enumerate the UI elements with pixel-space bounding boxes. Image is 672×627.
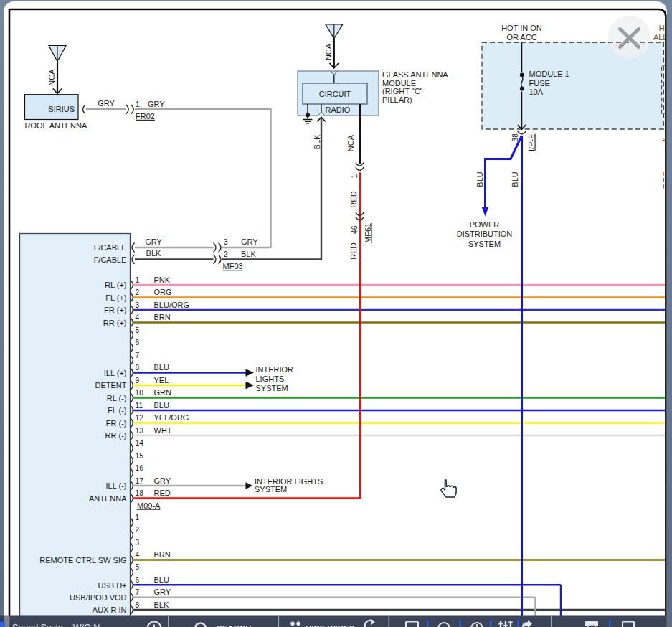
svg-text:Sound Syste... W/O N...: Sound Syste... W/O N...: [12, 623, 108, 627]
svg-text:3: 3: [136, 301, 140, 309]
svg-text:8: 8: [136, 601, 140, 609]
svg-text:F/CABLE: F/CABLE: [94, 243, 127, 252]
svg-text:BLU: BLU: [511, 171, 519, 187]
svg-text:CIRCUIT: CIRCUIT: [319, 90, 351, 98]
svg-text:46: 46: [351, 225, 359, 234]
svg-text:GRY: GRY: [154, 476, 171, 485]
svg-text:FL (+): FL (+): [105, 293, 126, 302]
svg-text:GLASS ANTENNA: GLASS ANTENNA: [382, 70, 448, 79]
svg-text:BLU: BLU: [154, 575, 169, 584]
svg-text:DETENT: DETENT: [95, 381, 127, 390]
svg-text:RR (-): RR (-): [105, 431, 127, 440]
svg-text:9: 9: [136, 377, 140, 385]
svg-text:REMOTE CTRL SW SIG: REMOTE CTRL SW SIG: [39, 556, 126, 565]
svg-text:SEARCH: SEARCH: [217, 624, 252, 627]
svg-text:GRY: GRY: [241, 237, 258, 246]
svg-text:MODULE: MODULE: [382, 79, 416, 88]
svg-text:GRY: GRY: [145, 237, 162, 246]
svg-text:BLK: BLK: [313, 134, 321, 149]
svg-text:HIDE WIRES: HIDE WIRES: [306, 624, 355, 627]
svg-text:7: 7: [136, 588, 140, 596]
svg-text:5: 5: [136, 326, 140, 334]
svg-text:USB D+: USB D+: [98, 581, 126, 590]
svg-text:1: 1: [351, 174, 359, 179]
svg-text:BLU: BLU: [475, 171, 484, 187]
svg-text:10A: 10A: [529, 88, 544, 96]
svg-text:10: 10: [136, 389, 144, 397]
svg-text:NCA: NCA: [324, 43, 333, 60]
svg-text:M09-A: M09-A: [137, 501, 161, 510]
svg-text:ILL (-): ILL (-): [106, 481, 127, 490]
svg-text:OR ACC: OR ACC: [506, 33, 536, 42]
svg-text:FR (-): FR (-): [106, 419, 127, 428]
svg-text:15: 15: [136, 452, 144, 460]
svg-text:RL (-): RL (-): [107, 394, 127, 402]
svg-text:1: 1: [136, 100, 140, 108]
svg-text:FR (+): FR (+): [104, 306, 126, 314]
svg-text:SYSTEM: SYSTEM: [255, 485, 287, 494]
svg-text:MF61: MF61: [364, 223, 372, 243]
svg-text:PILLAR): PILLAR): [382, 95, 412, 104]
svg-text:USB/IPOD VOD: USB/IPOD VOD: [70, 593, 127, 602]
svg-text:GRY: GRY: [148, 100, 165, 108]
svg-text:INTERIOR: INTERIOR: [256, 365, 294, 374]
svg-text:14: 14: [136, 439, 144, 447]
svg-text:RED: RED: [349, 242, 358, 259]
svg-text:MODULE 1: MODULE 1: [529, 70, 569, 78]
svg-text:13: 13: [136, 427, 144, 435]
svg-text:ILL (+): ILL (+): [104, 369, 127, 377]
svg-text:4: 4: [136, 551, 140, 559]
svg-text:SYSTEM: SYSTEM: [468, 240, 501, 248]
svg-text:38: 38: [511, 133, 519, 142]
svg-text:POWER: POWER: [470, 220, 500, 229]
svg-text:GRY: GRY: [98, 99, 115, 108]
svg-text:FR02: FR02: [136, 112, 155, 121]
svg-text:1: 1: [136, 276, 140, 284]
svg-text:BLU: BLU: [154, 363, 169, 372]
svg-text:GRN: GRN: [154, 388, 172, 397]
svg-text:SYSTEM: SYSTEM: [256, 384, 288, 392]
svg-text:BRN: BRN: [154, 313, 171, 321]
svg-text:MF03: MF03: [223, 262, 243, 270]
svg-text:2: 2: [136, 526, 140, 534]
svg-text:12: 12: [136, 414, 144, 422]
svg-text:RADIO: RADIO: [326, 105, 351, 114]
svg-text:BLK: BLK: [146, 249, 161, 258]
svg-text:BLU: BLU: [154, 401, 169, 410]
svg-text:PNK: PNK: [154, 275, 171, 284]
svg-text:BLK: BLK: [154, 600, 169, 609]
svg-text:1: 1: [136, 514, 140, 522]
svg-text:4: 4: [136, 314, 140, 321]
svg-text:FUSE: FUSE: [529, 79, 550, 88]
svg-text:NCA: NCA: [47, 69, 56, 86]
svg-text:YEL: YEL: [154, 376, 169, 385]
svg-text:6: 6: [136, 576, 140, 584]
svg-text:2: 2: [224, 250, 228, 258]
svg-text:(RIGHT "C": (RIGHT "C": [382, 87, 423, 95]
svg-text:ROOF ANTENNA: ROOF ANTENNA: [25, 121, 87, 130]
svg-text:5: 5: [136, 563, 140, 571]
svg-text:BRN: BRN: [154, 550, 171, 559]
svg-text:18: 18: [136, 489, 144, 497]
svg-text:SIRIUS: SIRIUS: [48, 105, 75, 113]
svg-text:7: 7: [136, 352, 140, 359]
svg-text:BLU/ORG: BLU/ORG: [154, 301, 190, 309]
svg-text:HOT IN ON: HOT IN ON: [501, 24, 542, 32]
svg-text:6: 6: [136, 339, 140, 346]
svg-text:DISTRIBUTION: DISTRIBUTION: [457, 230, 513, 238]
svg-text:RED: RED: [349, 191, 358, 207]
svg-text:RL (+): RL (+): [105, 280, 126, 289]
svg-text:2: 2: [136, 288, 140, 296]
svg-text:ANTENNA: ANTENNA: [89, 494, 127, 503]
svg-text:BLK: BLK: [241, 250, 256, 258]
svg-text:NCA: NCA: [346, 134, 355, 151]
svg-text:11: 11: [136, 402, 143, 410]
svg-text:ORG: ORG: [154, 288, 172, 296]
svg-text:LIGHTS: LIGHTS: [256, 374, 285, 383]
svg-text:FL (-): FL (-): [108, 406, 126, 415]
svg-text:WHT: WHT: [154, 426, 172, 435]
svg-text:RR (+): RR (+): [103, 319, 127, 327]
svg-text:AUX R IN: AUX R IN: [93, 605, 127, 614]
svg-text:3: 3: [224, 238, 228, 246]
svg-text:YEL/ORG: YEL/ORG: [154, 413, 189, 422]
